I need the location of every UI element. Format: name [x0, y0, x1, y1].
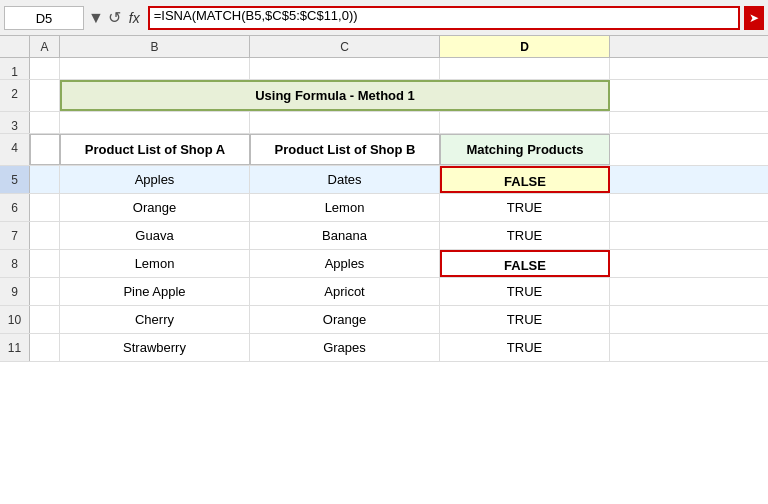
row-num-header	[0, 36, 30, 57]
row-6: 6OrangeLemonTRUE	[0, 194, 768, 222]
row-11: 11StrawberryGrapesTRUE	[0, 334, 768, 362]
cell-a11[interactable]	[30, 334, 60, 361]
spreadsheet: A B C D 1 2 Using Formula - Method 1 3	[0, 36, 768, 362]
row-num-11: 11	[0, 334, 30, 361]
cell-c11[interactable]: Grapes	[250, 334, 440, 361]
cell-c10[interactable]: Orange	[250, 306, 440, 333]
cell-c3[interactable]	[250, 112, 440, 133]
cell-b11[interactable]: Strawberry	[60, 334, 250, 361]
cell-a4[interactable]	[30, 134, 60, 165]
row-10: 10CherryOrangeTRUE	[0, 306, 768, 334]
cell-c6[interactable]: Lemon	[250, 194, 440, 221]
cell-d9[interactable]: TRUE	[440, 278, 610, 305]
spreadsheet-body: 1 2 Using Formula - Method 1 3 4 Product…	[0, 58, 768, 362]
col-header-d[interactable]: D	[440, 36, 610, 57]
cell-a2[interactable]	[30, 80, 60, 111]
cell-c8[interactable]: Apples	[250, 250, 440, 277]
row-9: 9Pine AppleApricotTRUE	[0, 278, 768, 306]
cell-b1[interactable]	[60, 58, 250, 79]
cell-d8[interactable]: FALSE	[440, 250, 610, 277]
cell-b3[interactable]	[60, 112, 250, 133]
cell-d7[interactable]: TRUE	[440, 222, 610, 249]
header-col-d[interactable]: Matching Products	[440, 134, 610, 165]
cell-b8[interactable]: Lemon	[60, 250, 250, 277]
row-5: 5ApplesDatesFALSE	[0, 166, 768, 194]
data-rows: 5ApplesDatesFALSE6OrangeLemonTRUE7GuavaB…	[0, 166, 768, 362]
row-num-1: 1	[0, 58, 30, 79]
cell-c5[interactable]: Dates	[250, 166, 440, 193]
cell-b9[interactable]: Pine Apple	[60, 278, 250, 305]
header-col-c[interactable]: Product List of Shop B	[250, 134, 440, 165]
row-7: 7GuavaBananaTRUE	[0, 222, 768, 250]
cell-d11[interactable]: TRUE	[440, 334, 610, 361]
cell-reference[interactable]: D5	[4, 6, 84, 30]
cell-d10[interactable]: TRUE	[440, 306, 610, 333]
formula-confirm-arrow: ➤	[744, 6, 764, 30]
row-1: 1	[0, 58, 768, 80]
cell-b10[interactable]: Cherry	[60, 306, 250, 333]
cell-a9[interactable]	[30, 278, 60, 305]
cell-d5[interactable]: FALSE	[440, 166, 610, 193]
row-8: 8LemonApplesFALSE	[0, 250, 768, 278]
cell-c1[interactable]	[250, 58, 440, 79]
cell-a10[interactable]	[30, 306, 60, 333]
row-num-2: 2	[0, 80, 30, 111]
header-col-b[interactable]: Product List of Shop A	[60, 134, 250, 165]
formula-bar: D5 ▼ ↺ fx =ISNA(MATCH(B5,$C$5:$C$11,0)) …	[0, 0, 768, 36]
cell-b7[interactable]: Guava	[60, 222, 250, 249]
column-headers: A B C D	[0, 36, 768, 58]
row-num-3: 3	[0, 112, 30, 133]
col-header-b[interactable]: B	[60, 36, 250, 57]
fx-label: fx	[129, 10, 140, 26]
row-4: 4 Product List of Shop A Product List of…	[0, 134, 768, 166]
cell-d1[interactable]	[440, 58, 610, 79]
cell-d6[interactable]: TRUE	[440, 194, 610, 221]
row-num-9: 9	[0, 278, 30, 305]
col-header-a[interactable]: A	[30, 36, 60, 57]
cell-a5[interactable]	[30, 166, 60, 193]
refresh-icon: ↺	[108, 8, 121, 27]
cell-b6[interactable]: Orange	[60, 194, 250, 221]
formula-input[interactable]: =ISNA(MATCH(B5,$C$5:$C$11,0))	[148, 6, 740, 30]
cell-d3[interactable]	[440, 112, 610, 133]
row-num-6: 6	[0, 194, 30, 221]
col-header-c[interactable]: C	[250, 36, 440, 57]
title-cell[interactable]: Using Formula - Method 1	[60, 80, 610, 111]
cell-a8[interactable]	[30, 250, 60, 277]
row-num-10: 10	[0, 306, 30, 333]
cell-a6[interactable]	[30, 194, 60, 221]
row-3: 3	[0, 112, 768, 134]
cell-b5[interactable]: Apples	[60, 166, 250, 193]
row-num-5: 5	[0, 166, 30, 193]
cell-a1[interactable]	[30, 58, 60, 79]
cell-c7[interactable]: Banana	[250, 222, 440, 249]
cell-c9[interactable]: Apricot	[250, 278, 440, 305]
row-num-8: 8	[0, 250, 30, 277]
dropdown-arrow-icon[interactable]: ▼	[88, 9, 104, 27]
cell-a3[interactable]	[30, 112, 60, 133]
cell-a7[interactable]	[30, 222, 60, 249]
row-2: 2 Using Formula - Method 1	[0, 80, 768, 112]
row-num-7: 7	[0, 222, 30, 249]
row-num-4: 4	[0, 134, 30, 165]
